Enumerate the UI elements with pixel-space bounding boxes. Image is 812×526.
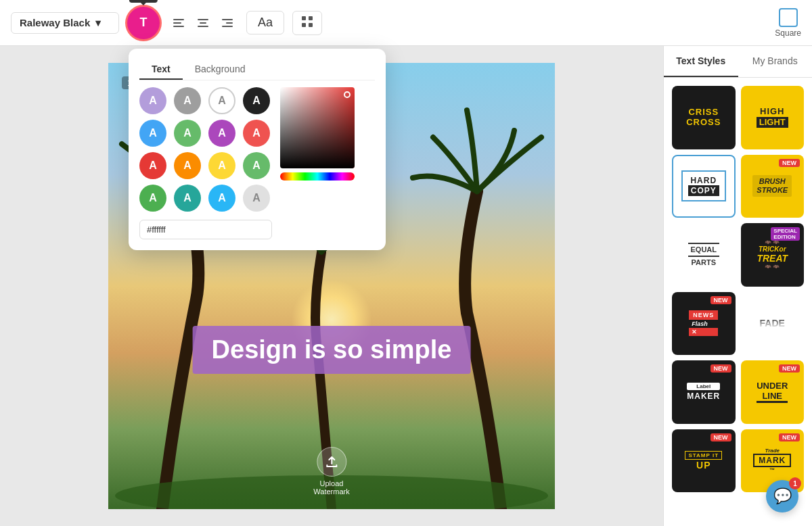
sidebar-tabs: Text Styles My Brands — [664, 46, 812, 78]
trademark-new-badge: NEW — [779, 433, 800, 441]
color-swatches: A A A A A A A A A A A A A A A A — [139, 87, 272, 212]
swatch-green[interactable]: A — [174, 120, 201, 147]
square-format-button[interactable]: Square — [775, 8, 801, 38]
color-picker-popup: Text Background A A A A A A A A A A A A — [129, 49, 386, 250]
main-area: 1.00 Design is so simple UploadWatermark — [0, 46, 812, 526]
align-left-icon — [173, 19, 184, 27]
style-card-news-flash[interactable]: NEW NEWS Flash ✕ — [672, 292, 736, 356]
swatch-purple[interactable]: A — [208, 120, 235, 147]
svg-rect-0 — [302, 16, 306, 20]
alignment-group — [168, 12, 238, 34]
tab-my-brands[interactable]: My Brands — [738, 46, 813, 77]
chat-badge: 1 — [789, 477, 801, 489]
style-card-equal-parts[interactable]: EQUAL PARTS — [672, 223, 736, 287]
swatch-orange[interactable]: A — [174, 152, 201, 179]
style-card-stamp-it-up[interactable]: NEW STAMP IT UP — [672, 429, 736, 493]
align-right-icon — [222, 19, 233, 27]
swatch-light-blue[interactable]: A — [208, 185, 235, 212]
square-icon — [779, 8, 798, 27]
gradient-cursor[interactable] — [344, 91, 351, 98]
trick-treat-text: 🦇 🦇 TRICKor TREAT 🦇 🦇 — [757, 239, 788, 270]
color-label: Color — [129, 0, 158, 3]
swatch-light-purple[interactable]: A — [139, 87, 166, 114]
style-card-high-light[interactable]: HIGH LIGHT — [741, 86, 805, 149]
swatch-blue[interactable]: A — [139, 120, 166, 147]
swatch-white[interactable]: A — [208, 87, 235, 114]
color-button[interactable]: T — [127, 7, 160, 39]
font-selector[interactable]: Raleway Black ▾ — [11, 12, 119, 34]
grid-icon — [301, 16, 313, 28]
style-card-hard-copy[interactable]: HARD COPY — [672, 155, 736, 218]
swatch-gray[interactable]: A — [174, 87, 201, 114]
trademark-text: Trade MARK ™ — [753, 448, 791, 473]
align-center-icon — [198, 19, 208, 27]
swatch-yellow[interactable]: A — [208, 152, 235, 179]
chat-button[interactable]: 💬 1 — [766, 480, 798, 512]
svg-rect-2 — [302, 23, 306, 27]
align-center-button[interactable] — [192, 12, 214, 34]
upload-watermark-button[interactable]: UploadWatermark — [313, 447, 349, 496]
style-card-label-maker[interactable]: NEW Label MAKER — [672, 360, 736, 424]
criss-cross-text: CRISS CROSS — [686, 107, 721, 127]
equal-parts-text: EQUAL PARTS — [688, 243, 720, 267]
upload-watermark-icon — [317, 447, 346, 477]
canvas-text-overlay[interactable]: Design is so simple — [193, 326, 471, 374]
underline-text: UNDER LINE — [757, 381, 788, 403]
swatch-green3[interactable]: A — [139, 185, 166, 212]
align-right-button[interactable] — [217, 12, 238, 34]
square-label: Square — [775, 28, 801, 38]
fade-text: FADE — [760, 318, 785, 329]
svg-rect-1 — [309, 16, 313, 20]
underline-new-badge: NEW — [779, 364, 800, 373]
high-light-text: HIGH LIGHT — [757, 107, 788, 128]
trick-treat-special-badge: SPECIALEDITION — [771, 227, 800, 241]
swatch-red[interactable]: A — [243, 120, 270, 147]
swatch-teal[interactable]: A — [174, 185, 201, 212]
swatch-black[interactable]: A — [243, 87, 270, 114]
color-letter: T — [140, 16, 148, 30]
style-card-trick-treat[interactable]: SPECIALEDITION 🦇 🦇 TRICKor TREAT 🦇 🦇 — [741, 223, 805, 287]
color-tab-background[interactable]: Background — [183, 59, 258, 80]
toolbar: Raleway Black ▾ Color T Aa — [0, 0, 812, 46]
color-button-container: Color T — [127, 7, 160, 39]
swatch-dark-red[interactable]: A — [139, 152, 166, 179]
style-card-criss-cross[interactable]: CRISS CROSS — [672, 86, 736, 149]
brush-stroke-text: BRUSHSTROKE — [752, 175, 792, 197]
swatch-green2[interactable]: A — [243, 152, 270, 179]
label-maker-new-badge: NEW — [710, 364, 731, 373]
stamp-it-text: STAMP IT UP — [685, 451, 722, 471]
svg-rect-3 — [309, 23, 313, 27]
hue-slider[interactable] — [280, 172, 355, 181]
style-card-underline[interactable]: NEW UNDER LINE — [741, 360, 805, 424]
label-maker-text: Label MAKER — [687, 383, 720, 401]
watermark-label: UploadWatermark — [313, 479, 349, 496]
color-tabs: Text Background — [139, 59, 375, 80]
stamp-new-badge: NEW — [710, 433, 731, 441]
style-card-fade[interactable]: FADE — [741, 292, 805, 356]
brush-stroke-new-badge: NEW — [779, 159, 800, 167]
chat-icon: 💬 — [773, 487, 792, 505]
grid-button[interactable] — [292, 11, 322, 35]
tab-text-styles[interactable]: Text Styles — [664, 46, 738, 77]
text-style-button[interactable]: Aa — [246, 11, 284, 34]
align-left-button[interactable] — [168, 12, 189, 34]
hex-color-input[interactable]: #ffffff — [139, 220, 272, 239]
style-card-brush-stroke[interactable]: NEW BRUSHSTROKE — [741, 155, 805, 218]
canvas-main-text: Design is so simple — [212, 335, 452, 364]
color-tab-text[interactable]: Text — [139, 59, 183, 80]
font-name-label: Raleway Black — [20, 17, 90, 28]
swatch-light-gray[interactable]: A — [243, 185, 270, 212]
news-flash-text: NEWS Flash ✕ — [689, 310, 718, 336]
news-flash-new-badge: NEW — [710, 296, 731, 304]
right-sidebar: Text Styles My Brands CRISS CROSS HIGH L… — [663, 46, 812, 526]
style-grid: CRISS CROSS HIGH LIGHT HARD COPY — [664, 78, 812, 500]
hard-copy-text: HARD COPY — [681, 170, 726, 201]
font-chevron-icon: ▾ — [95, 17, 101, 29]
